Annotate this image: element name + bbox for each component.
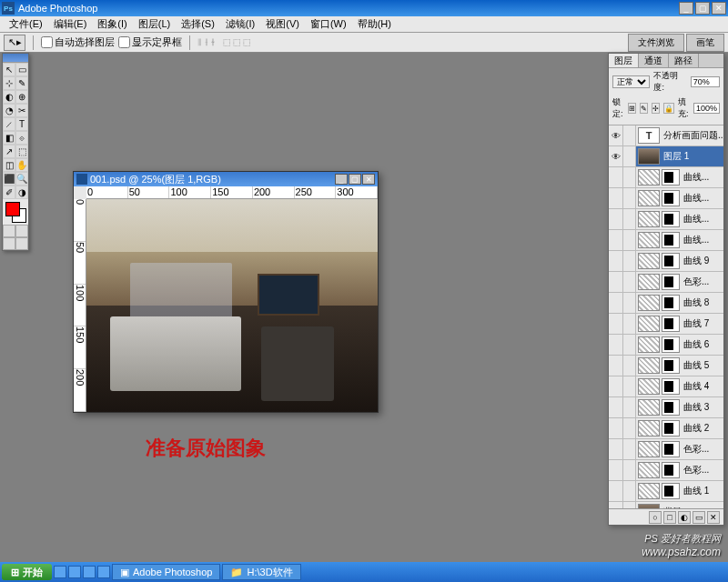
layer-thumbnail[interactable] (638, 211, 660, 227)
foreground-color[interactable] (5, 202, 20, 216)
link-toggle[interactable] (623, 418, 636, 438)
layer-row[interactable]: 曲线 7 (609, 314, 723, 335)
layer-thumbnail[interactable] (638, 232, 660, 248)
layer-row[interactable]: 色彩... (609, 439, 723, 460)
visibility-toggle[interactable] (609, 314, 623, 334)
visibility-toggle[interactable] (609, 293, 623, 313)
layer-mask-thumbnail[interactable] (662, 462, 680, 478)
toolbox-titlebar[interactable] (3, 54, 28, 63)
document-titlebar[interactable]: 001.psd @ 25%(图层 1,RGB) _ ▢ ✕ (74, 172, 378, 186)
link-toggle[interactable] (623, 167, 636, 187)
tool-button[interactable]: ⬛ (3, 172, 15, 186)
palette-tab-brushes[interactable]: 画笔 (686, 34, 724, 52)
menu-item[interactable]: 编辑(E) (48, 17, 93, 31)
menu-item[interactable]: 图层(L) (133, 17, 176, 31)
layer-name[interactable]: 图层 1 (662, 150, 723, 163)
layer-thumbnail[interactable] (638, 295, 660, 311)
layer-mask-thumbnail[interactable] (662, 190, 680, 206)
link-toggle[interactable] (623, 188, 636, 208)
tool-button[interactable]: ⊹ (3, 76, 15, 90)
layer-name[interactable]: 曲线 6 (682, 338, 723, 351)
opacity-value[interactable]: 70% (691, 76, 720, 87)
layer-name[interactable]: 色彩... (682, 443, 723, 456)
quicklaunch-icon[interactable] (97, 566, 110, 578)
layer-list[interactable]: 👁T分析画面问题...👁图层 1曲线...曲线...曲线...曲线...曲线 9… (609, 125, 723, 508)
layer-row[interactable]: 曲线 6 (609, 335, 723, 356)
link-toggle[interactable] (623, 272, 636, 292)
visibility-toggle[interactable] (609, 230, 623, 250)
link-toggle[interactable] (623, 314, 636, 334)
layer-row[interactable]: 曲线 1 (609, 481, 723, 502)
layer-row[interactable]: 曲线 2 (609, 418, 723, 439)
layer-mask-thumbnail[interactable] (662, 399, 680, 416)
tool-button[interactable]: ◫ (3, 158, 15, 172)
layer-row[interactable]: 👁图层 1 (609, 146, 723, 167)
edit-mode-standard[interactable] (3, 225, 15, 237)
layer-thumbnail[interactable] (638, 190, 660, 206)
link-toggle[interactable] (623, 293, 636, 313)
visibility-toggle[interactable] (609, 418, 623, 438)
tool-button[interactable]: 🔍 (15, 172, 28, 186)
menu-item[interactable]: 文件(E) (4, 17, 48, 31)
visibility-toggle[interactable] (609, 272, 623, 292)
link-toggle[interactable] (623, 356, 636, 376)
visibility-toggle[interactable] (609, 167, 623, 187)
screen-mode-standard[interactable] (3, 237, 15, 250)
lock-position-icon[interactable]: ✢ (652, 103, 660, 114)
tool-button[interactable]: ↗ (3, 145, 15, 158)
layer-name[interactable]: 曲线... (682, 171, 723, 184)
layer-thumbnail[interactable] (638, 148, 660, 165)
doc-minimize-button[interactable]: _ (335, 174, 348, 185)
layer-name[interactable]: 曲线 7 (682, 317, 723, 330)
visibility-toggle[interactable]: 👁 (609, 125, 623, 146)
lock-pixels-icon[interactable]: ✎ (640, 103, 648, 114)
layer-thumbnail[interactable] (638, 483, 660, 499)
menu-item[interactable]: 滤镜(I) (220, 17, 260, 31)
panel-footer-button[interactable]: ○ (649, 511, 662, 524)
panel-footer-button[interactable]: ▭ (693, 511, 705, 524)
layer-row[interactable]: 曲线... (609, 230, 723, 251)
layer-mask-thumbnail[interactable] (662, 378, 680, 395)
layer-mask-thumbnail[interactable] (662, 336, 680, 353)
visibility-toggle[interactable] (609, 481, 623, 501)
menu-item[interactable]: 选择(S) (176, 17, 220, 31)
visibility-toggle[interactable]: 👁 (609, 146, 623, 166)
link-toggle[interactable] (623, 397, 636, 417)
visibility-toggle[interactable] (609, 397, 623, 417)
layer-row[interactable]: 曲线 5 (609, 356, 723, 376)
link-toggle[interactable] (623, 439, 636, 459)
edit-mode-quickmask[interactable] (15, 225, 28, 237)
layer-row[interactable]: 👁背景 (609, 502, 723, 508)
visibility-toggle[interactable] (609, 460, 623, 480)
menu-item[interactable]: 帮助(H) (352, 17, 397, 31)
layer-thumbnail[interactable] (638, 316, 660, 332)
tool-button[interactable]: ⬚ (15, 145, 28, 158)
layer-mask-thumbnail[interactable] (662, 253, 680, 269)
maximize-button[interactable]: ▢ (695, 2, 710, 15)
quicklaunch-icon[interactable] (83, 566, 96, 578)
layer-thumbnail[interactable] (638, 399, 660, 416)
layer-thumbnail[interactable] (638, 441, 660, 457)
layer-mask-thumbnail[interactable] (662, 357, 680, 374)
layer-name[interactable]: 曲线 2 (682, 422, 723, 435)
layer-name[interactable]: 曲线... (682, 213, 723, 226)
layer-name[interactable]: 曲线 1 (682, 485, 723, 497)
layer-row[interactable]: 曲线... (609, 209, 723, 230)
layer-row[interactable]: 色彩... (609, 272, 723, 293)
tool-button[interactable]: ✋ (15, 158, 28, 172)
layer-thumbnail[interactable] (638, 336, 660, 353)
auto-select-checkbox[interactable]: 自动选择图层 (41, 35, 115, 49)
panel-footer-button[interactable]: ✕ (707, 511, 720, 524)
link-toggle[interactable] (623, 376, 636, 396)
tool-button[interactable]: ✎ (15, 76, 28, 90)
layer-row[interactable]: 曲线 8 (609, 293, 723, 314)
layer-mask-thumbnail[interactable] (662, 295, 680, 311)
active-tool-indicator[interactable]: ↖▸ (4, 35, 25, 51)
taskbar-item-photoshop[interactable]: ▣Adobe Photoshop (112, 564, 220, 580)
taskbar-item-folder[interactable]: 📁H:\3D软件 (222, 564, 300, 580)
layer-name[interactable]: 曲线 9 (682, 255, 723, 267)
layer-name[interactable]: 曲线 8 (682, 296, 723, 309)
layer-row[interactable]: 色彩... (609, 460, 723, 481)
tab-channels[interactable]: 通道 (639, 54, 669, 67)
layer-thumbnail[interactable] (638, 253, 660, 269)
